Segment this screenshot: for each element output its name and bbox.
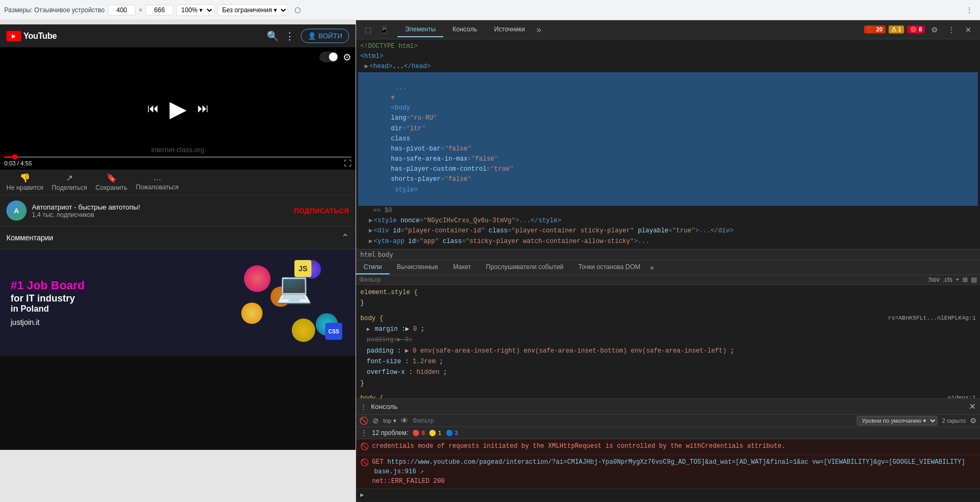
zoom-select[interactable]: 100% ▾	[176, 4, 214, 16]
comments-expand-icon[interactable]: ⌃	[341, 232, 349, 244]
html-line-body[interactable]: ... ▼ <body lang="ru-RU" dir="ltr" class…	[358, 72, 978, 206]
progress-bar[interactable]	[4, 156, 351, 158]
tab-elements[interactable]: Элементы	[398, 22, 443, 37]
issues-yellow-badge[interactable]: 🟡 1	[429, 430, 441, 437]
styles-content[interactable]: element.style { } body { rs=ABnK5FLt...n…	[356, 285, 980, 398]
console-clear-icon[interactable]: 🚫	[359, 416, 368, 425]
device-settings-icon[interactable]: ⬡	[291, 4, 304, 16]
devtools-panel: ⬚ 📱 Элементы Консоль Источники » 🚫 20 ⚠ …	[356, 20, 980, 502]
fullscreen-icon[interactable]: ⛶	[344, 159, 351, 168]
console-no-filter-icon[interactable]: ⊘	[373, 416, 379, 425]
cls-filter-icon[interactable]: .cls	[943, 276, 952, 283]
css-prop-padding-env: padding : ▶ 0 env(safe-area-inset-right)…	[360, 346, 976, 356]
search-icon[interactable]: 🔍	[267, 30, 278, 42]
video-actions: 👎 Не нравится ↗ Поделиться 🔖 Сохранить ……	[0, 170, 356, 195]
ad-circle-red	[244, 265, 271, 292]
console-close-button[interactable]: ✕	[969, 401, 976, 412]
console-issues-bar: ⋮ 12 проблем: 🔴 8 🟡 1 🔵 3	[356, 427, 980, 439]
play-button[interactable]: ▶	[170, 96, 187, 122]
subscribe-button[interactable]: ПОДПИСАТЬСЯ	[294, 207, 349, 215]
player-settings-icon[interactable]: ⚙	[343, 52, 351, 63]
log-badge[interactable]: 🔴 8	[907, 26, 925, 34]
device-toggle-icon[interactable]: 📱	[376, 22, 391, 37]
more-options-icon[interactable]: ⋮	[963, 4, 976, 16]
device-label: Размеры: Отзывчивое устройство	[4, 6, 105, 14]
toggle-sidebar-icon[interactable]: ⊞	[962, 276, 968, 283]
hover-filter-icon[interactable]: :hov	[927, 276, 940, 283]
error-net-status: net::ERR_FAILED 200	[372, 478, 445, 485]
breadcrumb-html[interactable]: html	[360, 251, 376, 258]
subtab-computed[interactable]: Вычисленные	[390, 261, 446, 274]
skip-back-icon[interactable]: ⏮	[147, 102, 159, 115]
player-toggle[interactable]	[319, 52, 339, 62]
breadcrumb-body[interactable]: body	[378, 251, 393, 258]
error-url-link[interactable]: https://www.youtube.com/pagead/interacti…	[387, 458, 965, 466]
youtube-app: ▶ YouTube 🔍 ⋮ 👤 ВОЙТИ	[0, 24, 356, 450]
styles-filter-input[interactable]	[359, 276, 927, 283]
issues-red-badge[interactable]: 🔴 8	[412, 430, 425, 437]
skip-forward-icon[interactable]: ⏭	[197, 102, 209, 115]
html-line-head: ▶<head>...</head>	[360, 62, 976, 72]
progress-fill	[4, 156, 15, 158]
console-level-select[interactable]: Уровни по умолчанию ▾	[857, 416, 937, 425]
css-selector-body2: body { videos:1	[360, 393, 976, 398]
context-dropdown-icon[interactable]: ▾	[393, 417, 396, 424]
ad-js-badge: JS	[294, 260, 311, 277]
console-message-expand[interactable]: ▶	[356, 489, 980, 503]
report-label: Пожаловаться	[136, 183, 179, 191]
devtools-more-icon[interactable]: ⋮	[944, 22, 959, 37]
player-controls-row: ⏮ ▶ ⏭	[147, 96, 209, 122]
css-block-body-1: body { rs=ABnK5FLt...nlENPLK4g:1 ▶ margi…	[360, 313, 976, 389]
ad-circle-yellow	[241, 303, 263, 324]
save-button[interactable]: 🔖 Сохранить	[96, 173, 128, 191]
ad-circle-gold	[292, 319, 315, 342]
inspect-icon[interactable]: ⬚	[360, 22, 375, 37]
add-style-icon[interactable]: +	[956, 276, 959, 283]
tabs-more-icon[interactable]: »	[537, 25, 542, 35]
video-player[interactable]: ⚙ ⏮ ▶ ⏭ internet-class.org	[0, 47, 356, 170]
devtools-settings-icon[interactable]: ⚙	[927, 22, 942, 37]
new-rule-icon[interactable]: ▤	[971, 276, 977, 283]
errors-badge[interactable]: 🚫 20	[864, 26, 885, 34]
dislike-button[interactable]: 👎 Не нравится	[6, 173, 44, 191]
limit-select[interactable]: Без ограничения ▾	[217, 4, 288, 16]
styles-filter-icons: :hov .cls + ⊞ ▤	[927, 276, 977, 283]
tab-console[interactable]: Консоль	[445, 22, 485, 37]
signin-button[interactable]: 👤 ВОЙТИ	[301, 29, 349, 43]
subtabs-more-icon[interactable]: »	[648, 261, 656, 274]
subtab-layout[interactable]: Макет	[445, 261, 478, 274]
console-toolbar: 🚫 ⊘ top ▾ 👁 Уровни по умолчанию ▾ 2 скры…	[356, 415, 980, 427]
error-source-link[interactable]: base.js:916	[374, 468, 416, 475]
subtab-event-listeners[interactable]: Прослушиватели событий	[478, 261, 571, 274]
subtab-styles[interactable]: Стили	[356, 261, 390, 274]
height-input[interactable]	[146, 5, 173, 15]
warnings-badge[interactable]: ⚠ 1	[889, 26, 904, 34]
devtools-badges: 🚫 20 ⚠ 1 🔴 8	[864, 26, 925, 34]
console-eye-icon[interactable]: 👁	[401, 416, 408, 425]
css-block-element-style: element.style { }	[360, 287, 976, 309]
share-button[interactable]: ↗ Поделиться	[52, 173, 87, 191]
html-tree: <!DOCTYPE html> <html> ▶<head>...</head>…	[356, 39, 980, 249]
console-settings-icon[interactable]: ⚙	[970, 416, 977, 425]
browser-viewport[interactable]: ▶ YouTube 🔍 ⋮ 👤 ВОЙТИ	[0, 20, 356, 502]
channel-avatar[interactable]: А	[6, 200, 27, 221]
more-icon[interactable]: ⋮	[285, 30, 294, 42]
console-drag-icon[interactable]: ⋮	[360, 403, 367, 411]
report-button[interactable]: … Пожаловаться	[136, 173, 179, 191]
issues-drag-icon: ⋮	[360, 429, 368, 437]
subtab-dom-breakpoints[interactable]: Точки останова DOM	[571, 261, 648, 274]
css-block-body-2: body { videos:1 margin:▶ 0; padding:▶ 0;…	[360, 393, 976, 398]
css-prop-overflow: overflow-x : hidden ;	[360, 367, 976, 378]
ad-banner[interactable]: #1 Job Board for IT industry in Poland j…	[0, 249, 356, 356]
width-input[interactable]	[108, 5, 136, 15]
element-breadcrumb: html body	[356, 249, 980, 261]
expand-icon[interactable]: ▶	[360, 491, 364, 500]
devtools-close-icon[interactable]: ✕	[961, 22, 976, 37]
yt-logo[interactable]: ▶ YouTube	[6, 31, 263, 41]
issues-blue-badge[interactable]: 🔵 3	[446, 430, 458, 437]
css-selector-element: element.style {	[360, 287, 976, 298]
main-area: ▶ YouTube 🔍 ⋮ 👤 ВОЙТИ	[0, 20, 980, 502]
tab-sources[interactable]: Источники	[487, 22, 533, 37]
console-filter-input[interactable]	[412, 417, 852, 424]
toolbar: Размеры: Отзывчивое устройство × 100% ▾ …	[0, 0, 980, 20]
